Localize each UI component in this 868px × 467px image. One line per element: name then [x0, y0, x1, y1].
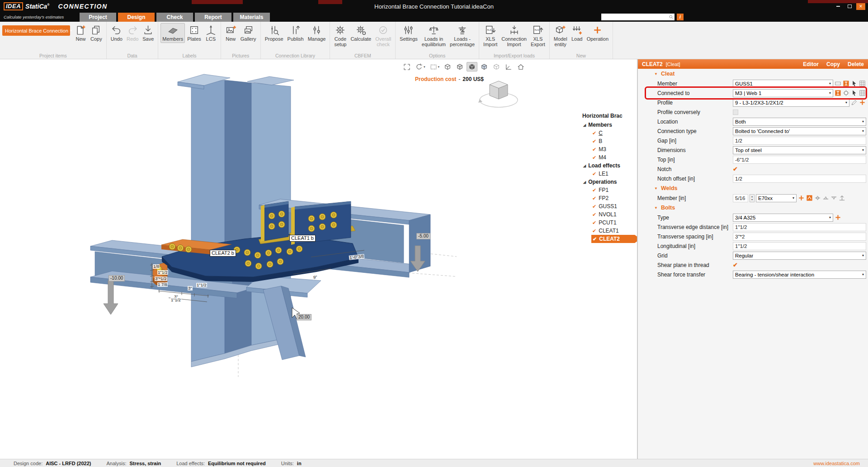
ribbon-button-model-entity[interactable]: Model entity: [552, 23, 569, 48]
checkbox-checked-icon[interactable]: ✔: [593, 236, 597, 242]
viewport-tool-home[interactable]: [515, 62, 526, 71]
ribbon-button-publish[interactable]: Publish: [286, 23, 306, 43]
weld-size-input[interactable]: 5/16: [733, 194, 748, 202]
viewport-3d[interactable]: CLEAT1 bCLEAT2 b-10.00-5.0020.001/81"1/2…: [0, 59, 637, 459]
weld-right-icon[interactable]: [830, 195, 837, 201]
checkbox-checked-icon[interactable]: ✔: [592, 171, 596, 177]
ribbon-button-loads-in-equilibrium[interactable]: Loads in equilibrium: [420, 23, 448, 48]
dropdown[interactable]: Top of steel▾: [733, 146, 866, 154]
checkbox-checked[interactable]: ✔: [733, 166, 738, 172]
viewport-tool-view-iso[interactable]: [442, 62, 453, 71]
dropdown[interactable]: 9 - L3-1/2X3-1/2X1/2▾: [733, 99, 849, 107]
align-icon[interactable]: [843, 90, 849, 96]
ribbon-button-propose[interactable]: Propose: [263, 23, 285, 43]
close-button[interactable]: ×: [856, 3, 865, 10]
minimize-button[interactable]: [834, 3, 843, 10]
tree-item-guss1[interactable]: ✔GUSS1: [580, 202, 635, 210]
ribbon-button-xls-export[interactable]: XLSXLS Export: [529, 23, 547, 48]
dropdown[interactable]: Both▾: [733, 118, 866, 126]
ribbon-button-manage[interactable]: Manage: [306, 23, 328, 43]
add-orange-icon[interactable]: [798, 195, 805, 201]
section-collapse-icon[interactable]: ▼: [654, 186, 658, 191]
pick-icon[interactable]: [851, 90, 858, 96]
dropdown[interactable]: Regular▾: [733, 252, 866, 260]
tree-item-m3[interactable]: ✔M3: [580, 145, 635, 153]
section-header-welds[interactable]: ▼Welds: [638, 183, 868, 193]
ribbon-button-plates[interactable]: Plates: [185, 23, 203, 43]
weld-orange-icon[interactable]: [806, 195, 813, 201]
tree-item-fp2[interactable]: ✔FP2: [580, 194, 635, 202]
dropdown[interactable]: M3 | Web 1▾: [733, 89, 833, 97]
tab-materials[interactable]: Materials: [233, 13, 270, 22]
grid-icon[interactable]: [859, 80, 866, 87]
viewport-tool-view-translucent[interactable]: [479, 62, 490, 71]
view-cube[interactable]: [477, 73, 520, 111]
weld-left-icon[interactable]: [822, 195, 829, 201]
ribbon-button-xls-import[interactable]: XLSXLS Import: [481, 23, 499, 48]
ribbon-button-members[interactable]: Members: [160, 23, 185, 43]
checkbox-checked[interactable]: ✔: [733, 262, 738, 268]
tab-check[interactable]: Check: [156, 13, 193, 22]
value-input[interactable]: 3"*2: [733, 233, 866, 241]
stepper[interactable]: ▴▾: [750, 194, 755, 202]
ribbon-button-new[interactable]: New: [223, 23, 238, 43]
member-orange-icon[interactable]: [843, 80, 849, 87]
checkbox-checked-icon[interactable]: ✔: [592, 204, 596, 210]
tree-item-pcut1[interactable]: ✔PCUT1: [580, 219, 635, 227]
ribbon-button-code-setup[interactable]: Code setup: [332, 23, 348, 48]
ribbon-button-calculate[interactable]: Calculate: [349, 23, 373, 43]
ribbon-button-copy[interactable]: Copy: [89, 23, 104, 43]
checkbox-checked-icon[interactable]: ✔: [592, 220, 596, 226]
chevron-down-icon[interactable]: ▾: [424, 65, 425, 69]
pick-icon[interactable]: [851, 80, 858, 87]
value-input[interactable]: 1/2: [733, 137, 866, 145]
ribbon-button-save[interactable]: Save: [141, 23, 156, 43]
tree-item-cleat2[interactable]: ✔CLEAT2: [591, 235, 635, 243]
plate-icon[interactable]: [835, 80, 841, 87]
ribbon-button-new[interactable]: New: [73, 23, 88, 43]
grid-icon[interactable]: [859, 90, 866, 96]
add-orange-icon[interactable]: [835, 214, 841, 221]
ribbon-button-lcs[interactable]: LCS: [203, 23, 218, 43]
value-input[interactable]: -6"1/2: [733, 156, 866, 164]
member-orange-icon[interactable]: [835, 90, 841, 96]
dropdown[interactable]: GUSS1▾: [733, 80, 833, 88]
viewport-tool-view-wire[interactable]: [491, 62, 502, 71]
tree-group-operations[interactable]: ◢Operations: [580, 178, 635, 186]
connection-selector[interactable]: Horizontal Brace Connection▾: [2, 25, 70, 36]
viewport-tool-rotate[interactable]: ▾: [414, 62, 427, 71]
dropdown[interactable]: E70xx▾: [756, 194, 797, 202]
checkbox-checked-icon[interactable]: ✔: [592, 138, 596, 144]
edit-icon[interactable]: [851, 99, 858, 106]
ribbon-button-operation[interactable]: Operation: [585, 23, 610, 43]
checkbox-checked-icon[interactable]: ✔: [592, 130, 596, 136]
section-collapse-icon[interactable]: ▼: [654, 72, 658, 76]
expander-icon[interactable]: ◢: [583, 123, 586, 127]
checkbox-checked-icon[interactable]: ✔: [592, 228, 596, 234]
viewport-tool-view-edges[interactable]: [454, 62, 465, 71]
add-orange-icon[interactable]: [859, 99, 866, 106]
dropdown[interactable]: 3/4 A325▾: [733, 214, 833, 222]
tree-group-members[interactable]: ◢Members: [580, 121, 635, 129]
checkbox-checked-icon[interactable]: ✔: [592, 195, 596, 201]
ribbon-button-connection-import[interactable]: Connection Import: [500, 23, 528, 48]
ribbon-button-loads-percentage[interactable]: Loads - percentage: [448, 23, 476, 48]
weld-base-icon[interactable]: [839, 195, 845, 201]
search-input[interactable]: [601, 14, 675, 20]
props-action-editor[interactable]: Editor: [803, 61, 819, 67]
value-input[interactable]: 1"1/2: [733, 223, 866, 231]
viewport-tool-fit[interactable]: [401, 62, 412, 71]
expander-icon[interactable]: ◢: [583, 164, 586, 168]
tree-root-label[interactable]: Horizontal Brac: [580, 113, 635, 119]
section-header-bolts[interactable]: ▼Bolts: [638, 203, 868, 213]
section-collapse-icon[interactable]: ▼: [654, 206, 658, 210]
checkbox-checked-icon[interactable]: ✔: [592, 147, 596, 152]
info-button[interactable]: i: [677, 14, 684, 20]
expander-icon[interactable]: ◢: [583, 180, 586, 184]
tree-item-m4[interactable]: ✔M4: [580, 153, 635, 162]
tree-item-fp1[interactable]: ✔FP1: [580, 186, 635, 194]
viewport-tool-view-solid[interactable]: [467, 62, 477, 71]
props-action-copy[interactable]: Copy: [826, 61, 840, 67]
checkbox-checked-icon[interactable]: ✔: [592, 212, 596, 218]
maximize-button[interactable]: [845, 3, 854, 10]
